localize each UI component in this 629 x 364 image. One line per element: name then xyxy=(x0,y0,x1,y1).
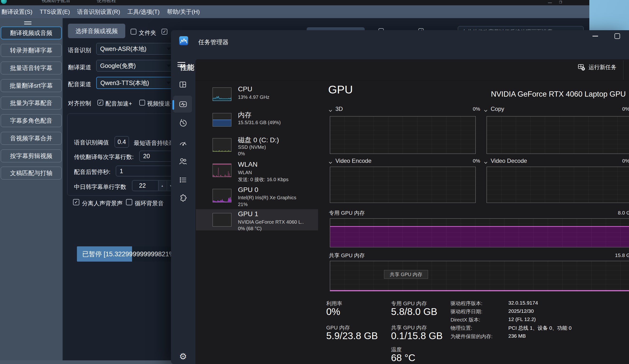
sidebar-drag-handle-icon[interactable] xyxy=(24,21,31,24)
dub-channel-value: Qwen3-TTS(本地) xyxy=(100,79,149,87)
app-menubar: 翻译设置(S) TTS设置(E) 语音识别设置(R) 工具/选项(T) 帮助/关… xyxy=(0,5,589,18)
dub-channel-select[interactable]: Qwen3-TTS(本地) xyxy=(96,77,174,89)
driver-version-value: 32.0.15.9174 xyxy=(508,300,538,306)
sidebar-item-batch-translate-srt[interactable]: 批量翻译srt字幕 xyxy=(1,79,62,92)
gpu0-thumbnail-chart[interactable] xyxy=(213,189,231,202)
tab-details[interactable] xyxy=(176,175,190,185)
dub-speedup-checkbox[interactable]: ✓ xyxy=(97,100,103,105)
gpu1-thumbnail-chart[interactable] xyxy=(213,213,231,227)
sidebar-item-multirole-dub[interactable]: 字幕多角色配音 xyxy=(1,114,62,127)
task-manager-app-icon xyxy=(179,36,188,45)
entry-disk-sub2: 0% xyxy=(238,151,245,157)
minimize-button[interactable] xyxy=(593,36,598,36)
driver-date-value: 2025/12/30 xyxy=(508,308,534,314)
entry-disk-title[interactable]: 磁盘 0 (C: D:) xyxy=(238,136,279,145)
video-slow-label[interactable]: 视频慢速+ xyxy=(147,100,174,107)
speech-recognition-select[interactable]: Qwen-ASR(本地) xyxy=(96,43,174,55)
ded-mem-value: 5.8/8.0 GB xyxy=(391,306,437,317)
menu-translate-settings[interactable]: 翻译设置(S) xyxy=(1,8,32,16)
translate-channel-select[interactable]: Google(免费) xyxy=(96,60,174,72)
entry-gpu1-sub2: 0% (68 °C) xyxy=(238,226,262,231)
entry-gpu1-title[interactable]: GPU 1 xyxy=(238,210,258,218)
cpu-thumbnail-chart[interactable] xyxy=(213,88,231,101)
pause-seconds-label: 配音后暂停秒: xyxy=(74,168,111,176)
entry-gpu0-title[interactable]: GPU 0 xyxy=(238,186,258,194)
header-divider xyxy=(623,60,624,80)
puzzle-icon xyxy=(179,194,187,202)
sidebar-item-script-align[interactable]: 文稿匹配与打轴 xyxy=(1,167,62,180)
chart-grid xyxy=(330,261,629,291)
gpu0-mini-graph xyxy=(213,189,231,202)
sidebar-item-transcribe-translate[interactable]: 转录并翻译字幕 xyxy=(1,44,62,57)
folder-checkbox[interactable] xyxy=(131,29,136,35)
maximize-button[interactable] xyxy=(615,33,620,39)
wlan-thumbnail-chart[interactable] xyxy=(213,164,231,177)
tab-performance[interactable] xyxy=(176,99,190,109)
app-titlebar: 视频助手配音 使用教程 — ❐ xyxy=(0,0,589,5)
dub-speedup-label[interactable]: 配音加速+ xyxy=(105,100,132,107)
entry-wlan-sub2: 发送: 0 接收: 16.0 Kbps xyxy=(238,176,289,183)
menu-asr-settings[interactable]: 语音识别设置(R) xyxy=(77,8,120,16)
physical-location-key: 物理位置: xyxy=(451,325,472,331)
menu-tools-options[interactable]: 工具/选项(T) xyxy=(128,8,159,16)
spinner-up-button[interactable]: ▲ xyxy=(158,181,166,190)
threshold-input[interactable]: 0.4 xyxy=(115,136,129,148)
disk-mini-graph xyxy=(213,138,231,151)
entry-cpu-sub: 13% 4.97 GHz xyxy=(238,94,269,100)
progress-bar: 已暂停 [15.322999999999821%] 接 xyxy=(77,246,175,262)
split-vocals-label[interactable]: 分离人声背景声 xyxy=(82,199,123,207)
app-restore-icon[interactable]: ❐ xyxy=(559,0,562,4)
chart-copy-label[interactable]: Copy xyxy=(491,105,504,112)
entry-wlan-title[interactable]: WLAN xyxy=(238,161,258,168)
loop-bg-checkbox[interactable] xyxy=(126,199,132,205)
chevron-down-icon xyxy=(167,65,171,69)
gauge-icon xyxy=(179,139,187,148)
chart-encode-value: 0% xyxy=(473,158,480,164)
tab-users[interactable] xyxy=(176,157,190,166)
sidebar-item-cut-by-subs[interactable]: 按字幕剪辑视频 xyxy=(1,150,62,162)
settings-button[interactable]: ⚙ xyxy=(176,352,190,361)
chart-decode-label[interactable]: Video Decode xyxy=(491,158,527,164)
chart-3d-label[interactable]: 3D xyxy=(335,105,343,112)
menu-tts-settings[interactable]: TTS设置(E) xyxy=(40,8,70,16)
sidebar-item-batch-dub-subs[interactable]: 批量为字幕配音 xyxy=(1,97,62,109)
run-new-task-icon xyxy=(578,64,585,71)
align-control-label: 对齐控制 xyxy=(68,99,91,107)
run-new-task-button[interactable]: 运行新任务 xyxy=(578,64,617,71)
processes-icon xyxy=(179,81,187,89)
menu-help-about[interactable]: 帮助/关于(H) xyxy=(167,8,200,16)
select-media-button[interactable]: 选择音频或视频 xyxy=(68,24,125,38)
split-vocals-checkbox[interactable]: ✓ xyxy=(73,199,79,205)
entry-memory-title[interactable]: 内存 xyxy=(238,110,252,120)
shared-mem-max: 15.8 GB xyxy=(615,252,629,258)
disk-thumbnail-chart[interactable] xyxy=(213,138,231,152)
entry-wlan-sub1: WLAN xyxy=(238,170,252,175)
entry-gpu0-sub1: Intel(R) Iris(R) Xe Graphics xyxy=(238,195,296,200)
gpu-panel-title: GPU xyxy=(328,83,353,96)
chart-grid xyxy=(330,219,629,247)
tab-app-history[interactable] xyxy=(176,118,190,128)
app-minimize-icon[interactable]: — xyxy=(548,0,552,5)
memory-mini-graph xyxy=(213,113,231,126)
lines-per-batch-label: 传统翻译每次字幕行数: xyxy=(74,153,134,161)
screen: { "colors": { "accent_blue": "#3da0ea", … xyxy=(0,0,629,364)
chevron-down-icon xyxy=(167,48,171,52)
checked-checkbox-2[interactable]: ✓ xyxy=(161,29,167,35)
history-icon xyxy=(179,119,187,128)
tab-services[interactable] xyxy=(176,193,190,203)
tab-startup-apps[interactable] xyxy=(176,138,190,148)
chart-encode-label[interactable]: Video Encode xyxy=(335,158,371,164)
pause-seconds-input[interactable]: 1 xyxy=(116,166,175,176)
loop-bg-label[interactable]: 循环背景音 xyxy=(135,199,164,207)
entry-cpu-title[interactable]: CPU xyxy=(238,85,252,93)
sidebar-item-merge-av-subs[interactable]: 音视频字幕合并 xyxy=(1,132,62,145)
sidebar-item-batch-speech-to-sub[interactable]: 批量语音转字幕 xyxy=(1,62,62,74)
video-slow-checkbox[interactable] xyxy=(139,100,145,105)
tab-processes[interactable] xyxy=(176,80,190,89)
selected-tab-accent xyxy=(172,100,174,110)
sidebar-item-translate-video[interactable]: 翻译视频或音频 xyxy=(1,27,62,39)
gear-icon: ⚙ xyxy=(179,352,187,361)
driver-date-key: 驱动程序日期: xyxy=(451,308,482,315)
memory-thumbnail-chart[interactable] xyxy=(213,113,231,127)
folder-checkbox-label[interactable]: 文件夹 xyxy=(139,29,156,37)
